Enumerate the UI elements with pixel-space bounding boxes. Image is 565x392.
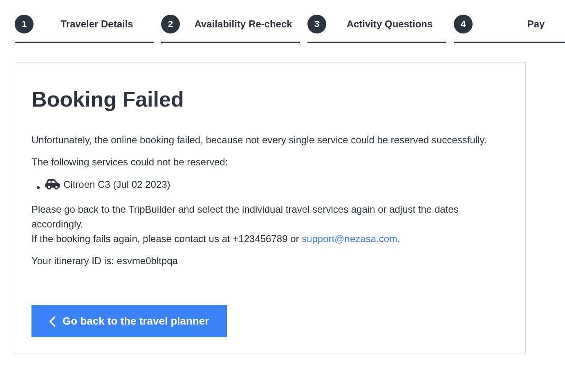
step-number-badge: 3 xyxy=(307,15,326,33)
chevron-left-icon xyxy=(49,316,57,327)
step-payment[interactable]: 4 Pay xyxy=(454,15,565,43)
step-traveler-details[interactable]: 1 Traveler Details xyxy=(15,15,154,43)
stepper: 1 Traveler Details 2 Availability Re-che… xyxy=(0,0,565,43)
step-activity-questions[interactable]: 3 Activity Questions xyxy=(307,15,446,43)
go-back-button[interactable]: Go back to the travel planner xyxy=(31,305,227,337)
list-item: Citroen C3 (Jul 02 2023) xyxy=(45,177,509,195)
page-title: Booking Failed xyxy=(31,87,509,111)
step-label: Pay xyxy=(479,18,565,30)
step-label: Availability Re-check xyxy=(186,18,300,30)
step-number-badge: 1 xyxy=(15,15,34,33)
support-email-link[interactable]: support@nezasa.com xyxy=(302,233,397,244)
services-intro-text: The following services could not be rese… xyxy=(31,155,509,169)
step-availability-recheck[interactable]: 2 Availability Re-check xyxy=(161,15,300,43)
contact-phone: +123456789 xyxy=(233,233,287,244)
go-back-button-label: Go back to the travel planner xyxy=(63,315,209,327)
step-number-badge: 2 xyxy=(161,15,180,33)
step-label: Traveler Details xyxy=(40,18,154,30)
itinerary-id-text: Your itinerary ID is: esvme0bltpqa xyxy=(31,254,509,268)
instructions-text: Please go back to the TripBuilder and se… xyxy=(31,202,509,246)
step-label: Activity Questions xyxy=(333,18,446,30)
intro-text: Unfortunately, the online booking failed… xyxy=(31,133,509,147)
car-icon xyxy=(45,178,60,191)
booking-failed-card: Booking Failed Unfortunately, the online… xyxy=(15,62,526,354)
step-number-badge: 4 xyxy=(454,15,473,33)
itinerary-id-value: esvme0bltpqa xyxy=(117,255,178,266)
failed-service-text: Citroen C3 (Jul 02 2023) xyxy=(63,177,170,192)
failed-services-list: Citroen C3 (Jul 02 2023) xyxy=(31,177,509,195)
